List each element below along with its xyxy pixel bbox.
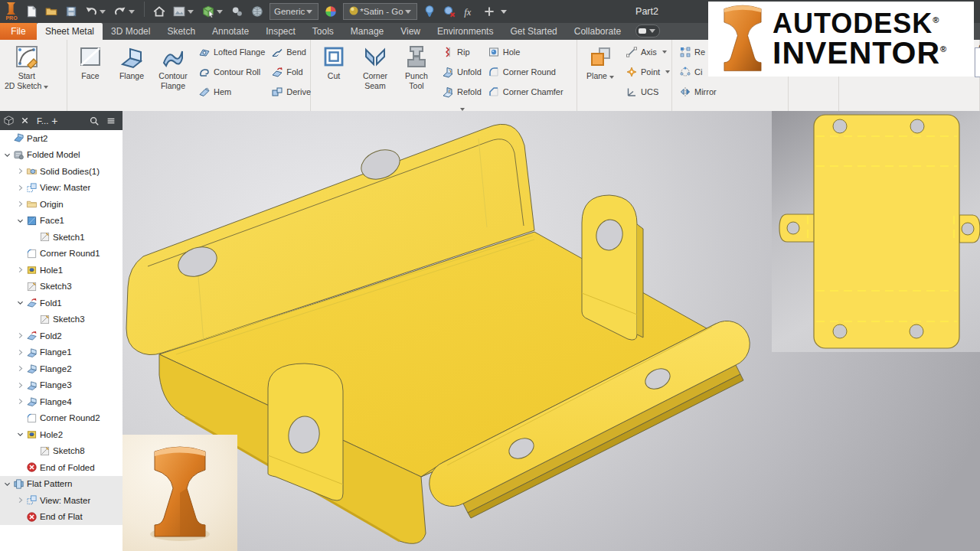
- save-icon[interactable]: [61, 2, 81, 21]
- tree-item-sketch8[interactable]: Sketch8: [0, 443, 122, 460]
- color-wheel-icon[interactable]: [321, 2, 341, 21]
- gallery-expander[interactable]: [440, 100, 483, 112]
- tab-environments[interactable]: Environments: [429, 23, 501, 40]
- tree-item-corner-round1[interactable]: Corner Round1: [0, 246, 122, 262]
- flat-pattern-window[interactable]: [772, 111, 980, 352]
- tree-item-flange4[interactable]: Flange4: [0, 393, 122, 410]
- button-mirror[interactable]: Mirror: [678, 82, 718, 102]
- button-contour-flange[interactable]: ContourFlange: [152, 42, 194, 91]
- tab-manage[interactable]: Manage: [342, 23, 392, 40]
- tree-item-flange1[interactable]: Flange1: [0, 344, 122, 361]
- tree-item-end-of-folded[interactable]: End of Folded: [0, 459, 122, 476]
- button-point[interactable]: Point: [624, 62, 671, 82]
- tree-item-hole2[interactable]: Hole2: [0, 426, 122, 443]
- tree-item-origin[interactable]: Origin: [0, 196, 122, 213]
- image-view-icon[interactable]: [169, 2, 198, 21]
- tree-item-end-of-flat[interactable]: End of Flat: [0, 509, 122, 526]
- search-icon[interactable]: [89, 115, 100, 126]
- tab-3d-model[interactable]: 3D Model: [103, 23, 158, 40]
- open-file-icon[interactable]: [41, 2, 61, 21]
- button-fold[interactable]: Fold: [270, 62, 312, 82]
- button-ucs[interactable]: UCS: [624, 82, 671, 102]
- appearance-dropdown[interactable]: *Satin - Go: [343, 3, 416, 20]
- clear-appearance-icon[interactable]: [439, 2, 459, 21]
- button-cut[interactable]: Cut: [313, 42, 354, 82]
- qat-customize-icon[interactable]: [501, 10, 507, 14]
- 3d-viewport[interactable]: [122, 111, 980, 551]
- browser-tab-label[interactable]: F...: [37, 116, 48, 126]
- tree-item-sketch3[interactable]: Sketch3: [0, 279, 122, 295]
- tree-expander[interactable]: [16, 495, 26, 505]
- tree-expander[interactable]: [16, 216, 26, 226]
- button-corner-chamfer[interactable]: Corner Chamfer: [486, 82, 565, 102]
- button-derive[interactable]: Derive: [270, 82, 312, 102]
- tab-inspect[interactable]: Inspect: [257, 23, 304, 40]
- tab-sheet-metal[interactable]: Sheet Metal: [37, 23, 103, 40]
- tree-item-view-master[interactable]: View: Master: [0, 492, 122, 509]
- button-corner-seam[interactable]: CornerSeam: [354, 42, 396, 91]
- tab-annotate[interactable]: Annotate: [204, 23, 257, 40]
- tree-expander[interactable]: [16, 364, 26, 373]
- tree-item-sketch3[interactable]: Sketch3: [0, 311, 122, 328]
- tree-expander[interactable]: [16, 429, 26, 439]
- home-icon[interactable]: [149, 2, 169, 21]
- tree-item-part2[interactable]: Part2: [0, 130, 122, 147]
- button-start-2d-sketch[interactable]: Start2D Sketch: [2, 42, 51, 91]
- inventor-pro-badge[interactable]: PRO: [2, 2, 21, 21]
- new-file-icon[interactable]: [21, 2, 41, 21]
- material-dropdown[interactable]: Generic: [270, 3, 318, 20]
- fx-parameters-icon[interactable]: fx: [459, 2, 479, 21]
- button-hem[interactable]: Hem: [197, 82, 266, 102]
- menu-icon[interactable]: [106, 115, 117, 126]
- tree-expander[interactable]: [16, 166, 26, 176]
- spheres-icon[interactable]: [227, 2, 247, 21]
- button-corner-round[interactable]: Corner Round: [486, 62, 565, 82]
- button-contour-roll[interactable]: Contour Roll: [197, 62, 266, 82]
- adjust-appearance-icon[interactable]: [420, 2, 439, 21]
- tree-item-folded-model[interactable]: Folded Model: [0, 147, 122, 164]
- button-refold[interactable]: Refold: [440, 82, 483, 102]
- redo-icon[interactable]: [110, 2, 139, 21]
- tree-item-solid-bodies-1-[interactable]: Solid Bodies(1): [0, 163, 122, 180]
- tree-expander[interactable]: [3, 479, 13, 489]
- tree-item-flange3[interactable]: Flange3: [0, 377, 122, 394]
- tab-sketch[interactable]: Sketch: [158, 23, 204, 40]
- tab-view[interactable]: View: [392, 23, 429, 40]
- tree-expander[interactable]: [16, 265, 26, 275]
- tree-item-flat-pattern[interactable]: Flat Pattern: [0, 476, 122, 493]
- tab-tools[interactable]: Tools: [304, 23, 342, 40]
- button-bend[interactable]: Bend: [270, 42, 312, 62]
- button-unfold[interactable]: Unfold: [440, 62, 483, 82]
- button-lofted-flange[interactable]: Lofted Flange: [197, 42, 266, 62]
- tree-item-sketch1[interactable]: Sketch1: [0, 229, 122, 246]
- tree-expander[interactable]: [16, 199, 26, 209]
- tree-item-flange2[interactable]: Flange2: [0, 360, 122, 377]
- tree-item-fold1[interactable]: Fold1: [0, 295, 122, 311]
- tree-item-fold2[interactable]: Fold2: [0, 328, 122, 344]
- tree-expander[interactable]: [16, 347, 26, 357]
- button-flange[interactable]: Flange: [111, 42, 152, 82]
- tree-expander[interactable]: [16, 183, 26, 193]
- tree-item-hole1[interactable]: Hole1: [0, 262, 122, 279]
- button-rip[interactable]: Rip: [440, 42, 483, 62]
- undo-icon[interactable]: [81, 2, 110, 21]
- tree-expander[interactable]: [16, 396, 26, 406]
- button-plane[interactable]: Plane: [580, 42, 621, 82]
- tree-item-view-master[interactable]: View: Master: [0, 180, 122, 197]
- cube-select-icon[interactable]: [198, 2, 227, 21]
- tree-expander[interactable]: [3, 150, 13, 160]
- tab-get-started[interactable]: Get Started: [501, 23, 565, 40]
- ribbon-display-toggle[interactable]: [635, 24, 660, 37]
- button-hole[interactable]: Hole: [486, 42, 565, 62]
- browser-add-button[interactable]: +: [51, 115, 57, 127]
- browser-cube-icon[interactable]: [3, 115, 15, 126]
- button-axis[interactable]: Axis: [624, 42, 671, 62]
- globe-icon[interactable]: [247, 2, 267, 21]
- button-face[interactable]: Face: [70, 42, 111, 82]
- button-punch-tool[interactable]: PunchTool: [396, 42, 437, 91]
- tab-collaborate[interactable]: Collaborate: [566, 23, 629, 40]
- tree-expander[interactable]: [16, 298, 26, 308]
- tree-item-face1[interactable]: Face1: [0, 213, 122, 230]
- tab-file[interactable]: File: [0, 23, 37, 40]
- plus-icon[interactable]: [479, 2, 499, 21]
